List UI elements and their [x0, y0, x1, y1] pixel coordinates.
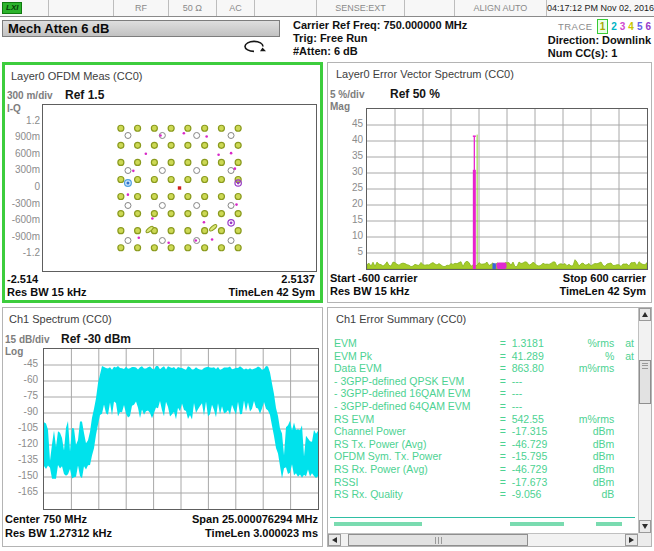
y-tick: 30 [328, 166, 363, 177]
panel-ch1-error-summary[interactable]: Ch1 Error Summary (CC0) EVM=1.3181%rmsat… [327, 307, 652, 547]
summary-metric-name: RS Tx. Power (Avg) [334, 438, 500, 451]
y-tick: -900m [5, 231, 40, 242]
y-tick: 20 [328, 198, 363, 209]
summary-metric-unit: % [567, 350, 614, 363]
panel-title: Ch1 Error Summary (CC0) [336, 313, 466, 325]
evm-spectrum-plot[interactable] [366, 108, 648, 270]
y-tick: 40 [328, 134, 363, 145]
thumb-grip [642, 368, 648, 369]
constellation-trace [43, 105, 316, 271]
clipped-text-fragment [510, 522, 564, 526]
summary-row: RS Rx. Power (Avg)=-46.729dBm [334, 463, 634, 476]
summary-metric-value: -9.056 [512, 488, 567, 501]
clipped-row [334, 522, 634, 527]
y-axis-ticks: 1.2900m600m300m0-300m-600m-900m-1.2 [5, 65, 40, 300]
y-tick: -600m [5, 214, 40, 225]
summary-row: Data EVM=863.80m%rms [334, 362, 634, 375]
horizontal-scrollbar[interactable] [328, 533, 638, 546]
lxi-cell: LXI [0, 0, 49, 16]
summary-metric-name: RS EVM [334, 413, 500, 426]
summary-metric-suffix [614, 488, 634, 501]
summary-row: EVM=1.3181%rmsat [334, 337, 634, 350]
trace-6-button[interactable]: 6 [645, 20, 651, 33]
trace-2-button[interactable]: 2 [611, 20, 617, 33]
summary-row: - 3GPP-defined 64QAM EVM=--- [334, 400, 634, 413]
summary-metric-value: --- [512, 400, 567, 413]
scroll-down-button[interactable] [639, 520, 651, 533]
trace-numbers: 123456 [593, 20, 651, 32]
summary-metric-unit: dBm [567, 425, 614, 438]
summary-metric-suffix [614, 400, 634, 413]
equals-sign: = [500, 362, 512, 375]
stop-carrier: Stop 600 carrier [563, 272, 646, 284]
panel-error-vector-spectrum[interactable]: Layer0 Error Vector Spectrum (CC0) 5 %/d… [327, 62, 652, 303]
thumb-grip [642, 363, 648, 364]
constellation-plot[interactable] [42, 104, 317, 272]
equals-sign: = [500, 450, 512, 463]
scrollbar-corner [638, 533, 651, 546]
y-tick: -90 [3, 406, 38, 417]
blue-marker [125, 180, 132, 187]
strip-cells: RF50 ΩACSENSE:EXTALIGN AUTO [49, 0, 547, 16]
summary-metric-name: - 3GPP-defined 64QAM EVM [334, 400, 500, 413]
trace-1-button[interactable]: 1 [597, 19, 609, 34]
summary-metric-value: -46.729 [512, 438, 567, 451]
trace-5-button[interactable]: 5 [637, 20, 643, 33]
summary-metric-unit: dB [567, 488, 614, 501]
y-tick: 45 [328, 118, 363, 129]
clipped-text-fragment [596, 522, 622, 526]
panel-ch1-spectrum[interactable]: Ch1 Spectrum (CC0) 15 dB/div Ref -30 dBm… [2, 307, 323, 547]
panel-ofdm-meas[interactable]: Layer0 OFDM Meas (CC0) 300 m/div Ref 1.5… [2, 62, 323, 303]
summary-metric-value: 1.3181 [512, 337, 567, 350]
strip-cell-blank [255, 0, 317, 16]
vertical-scroll-thumb[interactable] [639, 360, 651, 404]
y-tick: 600m [5, 148, 40, 159]
y-tick: -150 [3, 470, 38, 481]
time-len-readout: TimeLen 3.000023 ms [205, 527, 318, 539]
trace-4-button[interactable]: 4 [628, 20, 634, 33]
thumb-grip [438, 537, 439, 544]
summary-metric-suffix [614, 476, 634, 489]
ref-level: Ref -30 dBm [61, 332, 131, 346]
equals-sign: = [500, 400, 512, 413]
horizontal-scroll-thumb[interactable] [348, 534, 528, 546]
thumb-grip [441, 537, 442, 544]
summary-metric-suffix [614, 375, 634, 388]
trace-3-button[interactable]: 3 [620, 20, 626, 33]
scroll-right-button[interactable] [625, 534, 638, 546]
y-tick: 900m [5, 131, 40, 142]
summary-metric-value: 41.289 [512, 350, 567, 363]
center-freq-readout: Center 750 MHz [5, 513, 87, 525]
up-arrow-icon [642, 312, 648, 317]
spectrum-plot[interactable] [43, 348, 319, 510]
strip-cell-sense-ext: SENSE:EXT [317, 0, 405, 16]
summary-metric-unit: m%rms [567, 413, 614, 426]
summary-metric-unit: %rms [567, 337, 614, 350]
x-axis-max: 2.5137 [281, 273, 315, 285]
summary-metric-value: 542.55 [512, 413, 567, 426]
scroll-up-button[interactable] [639, 308, 651, 321]
trace-label: TRACE [558, 21, 593, 32]
summary-metric-value: -17.315 [512, 425, 567, 438]
y-tick: -300m [5, 198, 40, 209]
equals-sign: = [500, 350, 512, 363]
summary-metric-name: RS Rx. Power (Avg) [334, 463, 500, 476]
vertical-scrollbar[interactable] [638, 308, 651, 533]
trace-selector: TRACE123456 [548, 19, 651, 34]
down-arrow-icon [642, 524, 648, 529]
left-arrow-icon [332, 537, 337, 543]
thumb-grip [435, 537, 436, 544]
summary-metric-unit [567, 400, 614, 413]
atten-setting: #Atten: 6 dB [293, 45, 467, 58]
clock: 04:17:12 PM Nov 02, 2016 [547, 0, 654, 16]
scroll-left-button[interactable] [328, 534, 341, 546]
summary-metric-name: OFDM Sym. Tx. Power [334, 450, 500, 463]
res-bw-readout: Res BW 15 kHz [7, 286, 86, 298]
y-tick: -60 [3, 374, 38, 385]
summary-metric-name: RSSI [334, 476, 500, 489]
center-marker [178, 186, 181, 189]
grid-lines [367, 109, 647, 269]
direction-setting: Direction: Downlink [548, 34, 651, 47]
summary-row: OFDM Sym. Tx. Power=-15.795dBm [334, 450, 634, 463]
num-cc-setting: Num CC(s): 1 [548, 47, 651, 60]
